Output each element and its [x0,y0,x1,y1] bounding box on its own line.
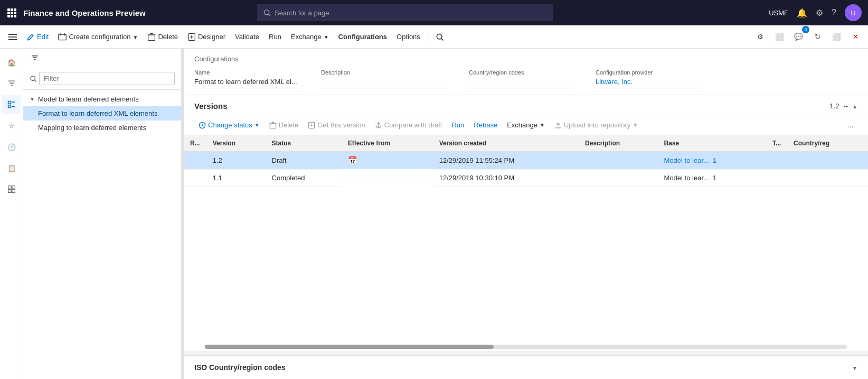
svg-rect-8 [14,15,16,17]
table-header-row: R... Version Status Effective from Versi… [184,135,868,152]
close-button[interactable]: ✕ [847,29,864,45]
top-bar: Finance and Operations Preview USMF 🔔 ⚙ … [0,0,868,25]
table-row[interactable]: 1.1 Completed 12/29/2019 10:30:10 PM Mod… [184,169,868,186]
hamburger-menu-button[interactable] [4,30,21,44]
upload-into-repository-button[interactable]: Upload into repository [550,118,642,132]
edit-button[interactable]: Edit [22,30,53,44]
refresh-button[interactable]: ↻ [809,29,826,45]
col-header-t: T... [766,135,787,152]
cell-status: Completed [266,169,342,186]
svg-point-9 [264,10,269,15]
svg-rect-17 [148,35,155,40]
search-icon [263,9,270,16]
designer-button[interactable]: Designer [183,30,230,44]
settings-gear-icon[interactable]: ⚙ [816,8,823,18]
svg-rect-4 [11,12,13,14]
svg-rect-13 [8,39,17,40]
iso-title: ISO Country/region codes [194,363,852,372]
search-toolbar-icon [436,33,444,41]
more-options-button[interactable]: ... [843,118,857,132]
svg-rect-31 [8,190,11,193]
cell-t [766,152,787,170]
svg-rect-12 [8,36,17,38]
svg-rect-5 [14,12,16,14]
cell-base: Model to lear... 1 [658,152,767,170]
personalize-button[interactable]: ⚙ [752,29,769,45]
svg-line-34 [34,80,36,82]
cell-t [766,169,787,186]
nav-favorites-icon[interactable]: ☆ [2,116,21,135]
tree-item-mapping[interactable]: Mapping to learn deferred elements [23,121,181,135]
nav-home-icon[interactable]: 🏠 [2,53,21,72]
versions-collapse-icon[interactable] [852,102,857,110]
notifications-badge-wrap: 💬 0 [790,29,807,45]
open-in-new-button[interactable]: ⬜ [771,29,788,45]
change-status-button[interactable]: Change status [194,118,264,132]
edit-label: Edit [37,33,49,41]
iso-header[interactable]: ISO Country/region codes [184,356,868,379]
run-button[interactable]: Run [265,30,286,44]
tree-item-root[interactable]: ▼ Model to learn deferred elements [23,92,181,106]
help-question-icon[interactable]: ? [832,8,836,17]
exchange-label: Exchange [291,33,322,41]
config-country-label: Country/region codes [469,69,574,76]
versions-delete-button[interactable]: Delete [265,118,303,132]
nav-recent-icon[interactable]: 🕐 [2,137,21,156]
versions-exchange-button[interactable]: Exchange [503,118,549,132]
nav-modules-icon[interactable] [2,180,21,199]
restore-button[interactable]: ⬜ [828,29,845,45]
nav-filter-icon[interactable] [2,74,21,93]
cell-base-num: 1 [713,174,716,182]
cell-version: 1.2 [206,152,266,170]
svg-rect-27 [8,105,11,108]
configurations-button[interactable]: Configurations [334,30,391,44]
scrollbar-thumb [205,345,494,349]
config-description-field: Description [321,69,448,88]
svg-rect-2 [14,8,16,11]
svg-line-24 [441,38,443,40]
search-bar[interactable] [257,4,553,21]
nav-workspace-icon[interactable]: 📋 [2,159,21,178]
notification-count-badge: 0 [802,26,809,33]
calendar-icon[interactable]: 📅 [348,156,357,164]
apps-grid-button[interactable] [6,7,17,18]
versions-controls: 1.2 -- [829,102,857,110]
svg-rect-32 [12,190,15,193]
filter-icon [31,54,39,62]
create-configuration-button[interactable]: Create configuration [54,30,142,44]
svg-rect-6 [7,15,10,17]
designer-icon [187,33,196,41]
delete-icon [147,33,156,41]
get-this-version-button[interactable]: Get this version [304,118,369,132]
config-fields: Name Format to learn deferred XML el... … [194,69,857,88]
filter-input[interactable] [39,72,175,85]
tree-item-format[interactable]: Format to learn deferred XML elements [23,106,181,121]
main-layout: 🏠 ☆ 🕐 📋 ▼ Model to learn deferred eleme [0,49,868,379]
versions-run-button[interactable]: Run [447,118,468,132]
nav-list-icon[interactable] [2,95,21,114]
compare-with-draft-button[interactable]: Compare with draft [371,118,447,132]
exchange-button[interactable]: Exchange [287,30,333,44]
avatar[interactable]: U [845,4,862,21]
table-row[interactable]: 1.2 Draft 📅 12/29/2019 11:55:24 PM Model… [184,152,868,170]
col-header-version: Version [206,135,266,152]
search-toolbar-icon-button[interactable] [431,29,448,45]
config-description-value [321,78,448,88]
configurations-header: Configurations Name Format to learn defe… [184,49,868,95]
versions-exchange-label: Exchange [507,121,537,129]
validate-button[interactable]: Validate [231,30,263,44]
hamburger-icon [8,33,17,41]
filter-search-icon [30,75,37,82]
rebase-button[interactable]: Rebase [469,118,502,132]
username: USMF [769,9,788,17]
config-provider-value[interactable]: Litware, Inc. [596,78,701,88]
svg-rect-1 [11,8,13,11]
notification-bell-icon[interactable]: 🔔 [797,8,807,18]
delete-button[interactable]: Delete [143,30,182,44]
horizontal-scrollbar[interactable] [205,345,847,349]
versions-grid[interactable]: R... Version Status Effective from Versi… [184,135,868,343]
search-input[interactable] [275,9,546,17]
designer-label: Designer [198,33,225,41]
sidebar-filter-button[interactable] [27,51,42,66]
options-button[interactable]: Options [392,30,424,44]
